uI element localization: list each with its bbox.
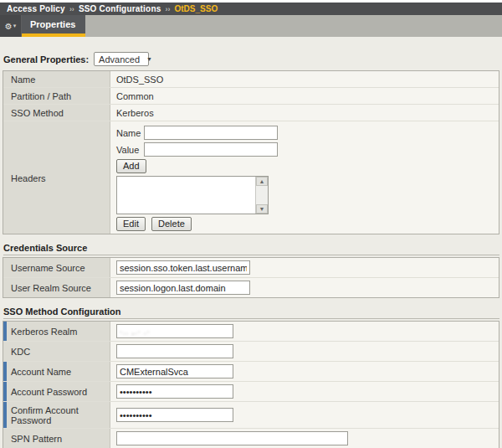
partition-path-label: Partition / Path <box>11 90 71 101</box>
username-source-label: Username Source <box>11 262 85 273</box>
header-name-input[interactable] <box>144 126 278 140</box>
breadcrumb-sso-configurations[interactable]: SSO Configurations <box>79 4 161 13</box>
credentials-source-title: Credentials Source <box>3 243 499 255</box>
table-row-name: Name OtDS_SSO <box>3 71 499 88</box>
breadcrumb-separator: ›› <box>165 5 170 13</box>
table-row-kerberos-realm: Kerberos Realm ·.. ,.· .· <box>3 322 499 342</box>
header-value-input[interactable] <box>144 142 278 157</box>
general-properties-table: Name OtDS_SSO Partition / Path Common SS… <box>3 70 499 234</box>
delete-header-button[interactable]: Delete <box>151 217 192 231</box>
redacted-value: ·.. ,.· .· <box>120 327 151 336</box>
table-row-sso-method: SSO Method Kerberos <box>3 105 499 121</box>
table-row-account-name: Account Name <box>3 362 499 382</box>
edit-header-button[interactable]: Edit <box>116 217 146 231</box>
scroll-up-icon[interactable]: ▲ <box>256 177 268 186</box>
chevron-down-icon: ▾ <box>13 23 17 29</box>
content-area: General Properties: Advanced ▼ Name OtDS… <box>0 37 502 448</box>
required-indicator <box>3 362 7 381</box>
table-row-partition-path: Partition / Path Common <box>3 88 499 105</box>
add-header-button[interactable]: Add <box>116 159 146 173</box>
select-arrow-icon: ▼ <box>146 56 152 62</box>
scroll-down-icon[interactable]: ▼ <box>256 204 268 214</box>
general-properties-mode-select[interactable]: Advanced ▼ <box>94 52 149 66</box>
table-row-spn-pattern: SPN Pattern <box>3 429 499 448</box>
name-label: Name <box>11 74 35 85</box>
general-properties-label: General Properties: <box>3 54 89 64</box>
credentials-source-table: Username Source User Realm Source <box>3 257 499 298</box>
account-password-label: Account Password <box>11 386 87 397</box>
sso-method-configuration-table: Kerberos Realm ·.. ,.· .· KDC Account Na… <box>3 321 499 448</box>
sso-method-configuration-title: SSO Method Configuration <box>3 306 499 319</box>
sso-method-label: SSO Method <box>11 107 64 118</box>
account-name-label: Account Name <box>11 366 71 377</box>
header-value-label: Value <box>116 145 144 155</box>
options-menu-button[interactable]: ⚙ ▾ <box>0 15 22 37</box>
required-indicator <box>3 322 7 341</box>
headers-label: Headers <box>11 173 46 183</box>
header-name-label: Name <box>116 128 144 138</box>
kdc-input[interactable] <box>116 344 233 358</box>
sso-method-value: Kerberos <box>116 108 154 118</box>
table-row-kdc: KDC <box>3 342 499 362</box>
kerberos-realm-input[interactable]: ·.. ,.· .· <box>116 324 233 338</box>
tab-properties-label: Properties <box>30 19 75 29</box>
table-row-headers: Headers Name Value Add ▲ ▼ <box>3 121 499 234</box>
general-properties-mode-value: Advanced <box>99 54 140 64</box>
breadcrumb-access-policy[interactable]: Access Policy <box>7 4 65 13</box>
username-source-input[interactable] <box>116 260 250 275</box>
account-name-input[interactable] <box>116 364 233 378</box>
user-realm-source-label: User Realm Source <box>11 282 91 293</box>
gear-icon: ⚙ <box>5 22 13 31</box>
kerberos-realm-label: Kerberos Realm <box>11 326 77 337</box>
breadcrumb-separator: ›› <box>69 5 74 13</box>
account-password-input[interactable] <box>116 384 233 399</box>
breadcrumb-current-otds-sso: OtDS_SSO <box>174 4 218 13</box>
table-row-confirm-account-password: Confirm Account Password <box>3 402 499 429</box>
partition-path-value: Common <box>116 91 154 101</box>
spn-pattern-label: SPN Pattern <box>11 433 62 444</box>
table-row-account-password: Account Password <box>3 382 499 402</box>
user-realm-source-input[interactable] <box>116 281 250 295</box>
page: Access Policy ›› SSO Configurations ›› O… <box>0 0 502 448</box>
scrollbar[interactable]: ▲ ▼ <box>255 177 268 214</box>
breadcrumb: Access Policy ›› SSO Configurations ›› O… <box>0 3 502 15</box>
required-indicator <box>3 382 7 401</box>
name-value: OtDS_SSO <box>116 75 163 85</box>
confirm-account-password-input[interactable] <box>116 408 233 422</box>
confirm-account-password-label: Confirm Account Password <box>11 404 106 425</box>
required-indicator <box>3 402 7 428</box>
kdc-label: KDC <box>11 346 30 357</box>
headers-listbox[interactable]: ▲ ▼ <box>116 176 269 214</box>
table-row-user-realm-source: User Realm Source <box>3 278 499 297</box>
table-row-username-source: Username Source <box>3 258 499 278</box>
tab-bar: ⚙ ▾ Properties <box>0 15 502 37</box>
spn-pattern-input[interactable] <box>116 431 348 445</box>
tab-properties[interactable]: Properties <box>22 15 85 37</box>
